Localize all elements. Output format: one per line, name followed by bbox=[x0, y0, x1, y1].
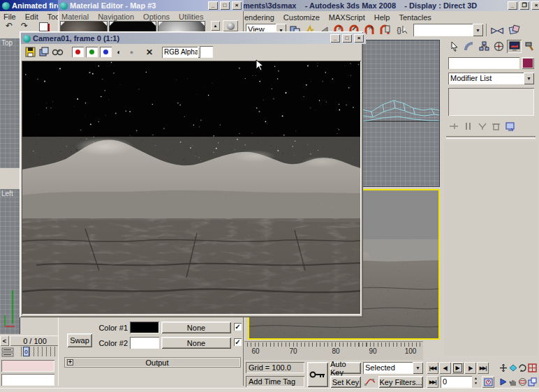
alpha-channel-toggle-icon[interactable]: ● bbox=[126, 47, 137, 57]
frame-spinner[interactable]: ▲▼ bbox=[472, 376, 480, 388]
remove-modifier-icon[interactable] bbox=[492, 121, 501, 131]
restore-icon[interactable]: ❐ bbox=[519, 1, 529, 10]
minimize-icon[interactable]: _ bbox=[508, 1, 517, 10]
close-icon[interactable]: × bbox=[232, 1, 242, 10]
key-mode-toggle-icon[interactable]: ▶▶| bbox=[427, 376, 438, 388]
channel-display-icon[interactable] bbox=[52, 47, 67, 57]
close-icon[interactable]: × bbox=[354, 34, 364, 43]
menu-help[interactable]: Help bbox=[374, 13, 390, 22]
show-end-result-icon[interactable] bbox=[464, 121, 473, 131]
menu-maxscript[interactable]: MAXScript bbox=[329, 13, 365, 22]
menu-tentacles[interactable]: Tentacles bbox=[399, 13, 431, 22]
menu-navigation[interactable]: Navigation bbox=[98, 13, 134, 21]
align-icon[interactable] bbox=[508, 24, 522, 36]
chevron-down-icon[interactable]: ▼ bbox=[524, 73, 534, 84]
sample-slot-2[interactable] bbox=[109, 21, 156, 31]
add-time-tag[interactable]: Add Time Tag bbox=[246, 376, 304, 387]
color2-map-button[interactable]: None bbox=[161, 337, 231, 349]
color2-map-checkbox[interactable]: ✓ bbox=[234, 338, 242, 346]
spinner-snap-icon[interactable] bbox=[378, 24, 391, 36]
viewport-left[interactable]: Left bbox=[0, 189, 20, 334]
undo-icon[interactable]: ↶ bbox=[3, 21, 15, 31]
save-bitmap-icon[interactable] bbox=[25, 47, 36, 57]
set-keys-button[interactable] bbox=[307, 362, 328, 387]
expand-icon[interactable]: + bbox=[67, 359, 73, 365]
go-to-end-icon[interactable]: ▶▶| bbox=[477, 362, 489, 374]
app-window-titlebar[interactable]: Animated fire.m bbox=[0, 0, 66, 11]
output-rollout-header[interactable]: + Output bbox=[64, 357, 241, 368]
default-tangent-button[interactable] bbox=[363, 376, 376, 388]
viewport-top[interactable]: Top bbox=[0, 38, 20, 168]
modifier-stack-list[interactable] bbox=[448, 88, 534, 116]
set-key-button[interactable]: Set Key bbox=[330, 376, 361, 388]
zoom-region-icon[interactable] bbox=[499, 376, 508, 387]
menu-utilities[interactable]: Utilities bbox=[179, 13, 203, 21]
maximize-viewport-icon[interactable] bbox=[528, 362, 537, 373]
minimize-icon[interactable]: _ bbox=[330, 34, 340, 43]
green-channel-toggle[interactable] bbox=[86, 47, 98, 57]
arc-rotate-icon[interactable] bbox=[518, 376, 527, 387]
object-name-field[interactable] bbox=[448, 57, 519, 69]
next-frame-icon[interactable]: |▶ bbox=[464, 362, 476, 374]
tab-hierarchy-icon[interactable] bbox=[478, 40, 491, 52]
main-window-titlebar[interactable]: ments\3dsmax - Autodesk 3ds Max 2008 - D… bbox=[241, 0, 539, 11]
menu-rendering[interactable]: endering bbox=[244, 13, 274, 22]
sample-slot-3[interactable] bbox=[158, 21, 205, 31]
key-filters-button[interactable]: Key Filters... bbox=[378, 376, 423, 388]
pin-stack-icon[interactable] bbox=[448, 121, 459, 131]
tab-display-icon[interactable] bbox=[507, 40, 522, 53]
color1-swatch[interactable] bbox=[130, 322, 159, 333]
edit-named-selections-icon[interactable]: {} bbox=[394, 24, 411, 36]
play-button[interactable]: ▶ bbox=[452, 362, 464, 374]
make-unique-icon[interactable] bbox=[478, 121, 487, 131]
sample-type-sphere-icon[interactable] bbox=[223, 20, 238, 31]
chevron-down-icon[interactable]: ▼ bbox=[473, 24, 483, 36]
tab-create-icon[interactable] bbox=[448, 40, 462, 52]
min-max-toggle-icon[interactable] bbox=[528, 376, 537, 387]
go-to-start-icon[interactable]: |◀◀ bbox=[427, 362, 438, 374]
menu-options[interactable]: Options bbox=[143, 13, 170, 21]
menu-material[interactable]: Material bbox=[61, 13, 89, 21]
menu-edit[interactable]: Edit bbox=[25, 13, 38, 21]
clear-rendered-frame-icon[interactable]: ✕ bbox=[143, 47, 156, 57]
color1-map-checkbox[interactable]: ✓ bbox=[234, 323, 242, 331]
color1-map-button[interactable]: None bbox=[161, 322, 231, 333]
slot-scroll-up-icon[interactable]: ▲ bbox=[211, 21, 220, 31]
trackbar[interactable]: 0 bbox=[21, 347, 60, 356]
tab-modify-icon[interactable] bbox=[463, 40, 476, 52]
monochrome-toggle-icon[interactable]: ◐ bbox=[114, 47, 124, 57]
pan-hand-icon[interactable] bbox=[508, 376, 517, 387]
redo-icon[interactable]: ↷ bbox=[18, 21, 31, 31]
tab-utilities-icon[interactable] bbox=[523, 40, 536, 52]
orbit-icon[interactable] bbox=[518, 362, 527, 373]
menu-file[interactable]: File bbox=[3, 13, 16, 21]
timeline-ruler[interactable]: 60 70 80 90 100 bbox=[244, 341, 423, 360]
current-frame-field[interactable]: 0 ▲▼ bbox=[441, 376, 480, 388]
object-color-swatch[interactable] bbox=[522, 57, 534, 69]
material-editor-titlebar[interactable]: Material Editor - Map #3 _ □ × bbox=[58, 0, 244, 11]
maximize-icon[interactable]: □ bbox=[342, 34, 352, 43]
clone-rendered-frame-icon[interactable] bbox=[38, 47, 50, 57]
color2-swatch[interactable] bbox=[130, 337, 159, 349]
named-selection-dropdown[interactable]: ▼ bbox=[413, 24, 483, 36]
trackbar-key-marker[interactable]: 0 bbox=[23, 347, 29, 356]
time-slider-left-arrow[interactable]: < bbox=[0, 336, 9, 346]
chevron-down-icon[interactable]: ▼ bbox=[413, 362, 423, 374]
zoom-extents-icon[interactable] bbox=[508, 362, 517, 373]
mirror-icon[interactable]: ▷◁ bbox=[489, 24, 505, 36]
red-channel-toggle[interactable] bbox=[72, 47, 84, 57]
time-slider[interactable]: 0 / 100 bbox=[10, 336, 60, 346]
zoom-icon[interactable] bbox=[499, 362, 508, 373]
sample-slot-1[interactable] bbox=[60, 21, 108, 31]
auto-key-button[interactable]: Auto Key bbox=[330, 362, 361, 374]
previous-frame-icon[interactable]: ◀| bbox=[439, 362, 451, 374]
menu-customize[interactable]: Customize bbox=[283, 13, 320, 22]
mini-curve-editor-icon[interactable] bbox=[1, 347, 20, 357]
time-configuration-button[interactable] bbox=[482, 376, 494, 388]
select-object-icon[interactable] bbox=[39, 22, 48, 31]
selection-filter-dropdown[interactable]: Selected ▼ bbox=[363, 362, 423, 374]
maximize-icon[interactable]: □ bbox=[220, 1, 230, 10]
background-color-swatch[interactable] bbox=[200, 46, 213, 58]
tab-motion-icon[interactable] bbox=[492, 40, 505, 52]
render-window-titlebar[interactable]: Camera01, frame 0 (1:1) _ □ × bbox=[21, 33, 366, 44]
